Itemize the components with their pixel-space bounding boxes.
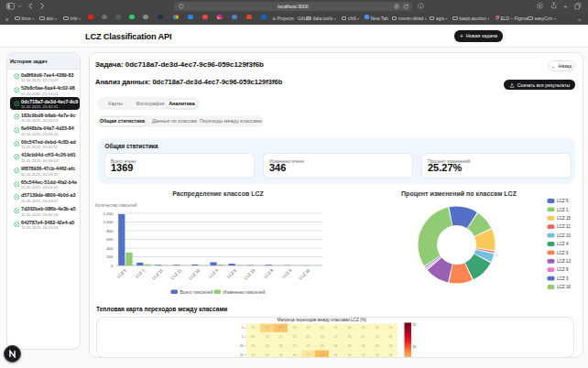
svg-text:LCZ 11: LCZ 11 — [169, 267, 182, 280]
svg-text:Количество пикселей: Количество пикселей — [95, 202, 137, 208]
svg-text:LCZ 3: LCZ 3 — [557, 276, 569, 281]
svg-text:8.3: 8.3 — [252, 326, 256, 330]
svg-text:4.3: 4.3 — [376, 335, 379, 339]
svg-text:4.0: 4.0 — [362, 335, 365, 339]
svg-text:4.3: 4.3 — [307, 335, 310, 339]
svg-text:LCZ 4: LCZ 4 — [208, 267, 219, 278]
svg-text:10: 10 — [413, 345, 417, 349]
svg-text:4.3: 4.3 — [376, 344, 379, 348]
svg-text:LCZ 1: LCZ 1 — [557, 208, 569, 212]
svg-text:4.3: 4.3 — [279, 335, 283, 339]
svg-text:Изменено пикселей: Изменено пикселей — [223, 289, 266, 295]
svg-text:5.0: 5.0 — [266, 353, 269, 357]
svg-text:3.0: 3.0 — [389, 335, 393, 339]
svg-text:11: 11 — [240, 353, 244, 357]
svg-text:3.3: 3.3 — [293, 335, 297, 339]
svg-text:5.0: 5.0 — [321, 335, 324, 339]
svg-text:LCZ 11: LCZ 11 — [557, 224, 571, 229]
svg-text:600: 600 — [106, 237, 114, 242]
svg-text:LCZ 15: LCZ 15 — [151, 267, 164, 280]
svg-text:LCZ 16: LCZ 16 — [557, 285, 572, 289]
svg-text:LCZ 5: LCZ 5 — [557, 199, 569, 203]
svg-text:0.6: 0.6 — [334, 326, 338, 330]
svg-text:5.0: 5.0 — [266, 335, 269, 339]
svg-text:5.3: 5.3 — [279, 344, 283, 348]
svg-text:5.3: 5.3 — [293, 344, 297, 348]
svg-text:LCZ 13: LCZ 13 — [557, 259, 572, 264]
svg-text:1: 1 — [242, 335, 244, 339]
svg-text:4.6: 4.6 — [293, 353, 297, 357]
svg-text:25: 25 — [413, 323, 417, 327]
svg-text:15.2: 15.2 — [265, 326, 270, 330]
svg-text:8.3: 8.3 — [252, 335, 256, 339]
svg-text:Распределение классов LCZ: Распределение классов LCZ — [172, 190, 264, 198]
svg-text:LCZ 8: LCZ 8 — [557, 267, 569, 272]
svg-text:5.3: 5.3 — [362, 353, 365, 357]
svg-text:5.3: 5.3 — [293, 326, 297, 330]
svg-text:8.3: 8.3 — [252, 353, 256, 357]
svg-text:4.6: 4.6 — [334, 344, 338, 348]
svg-text:1,000: 1,000 — [103, 220, 114, 224]
svg-text:7.7: 7.7 — [307, 353, 310, 357]
svg-text:200: 200 — [106, 254, 114, 259]
svg-text:21.2: 21.2 — [320, 353, 325, 357]
svg-text:LCZ 1: LCZ 1 — [135, 267, 146, 278]
svg-text:LCZ 6: LCZ 6 — [557, 251, 569, 255]
svg-text:2.3: 2.3 — [389, 326, 393, 330]
svg-text:3.0: 3.0 — [334, 353, 338, 357]
svg-text:4.6: 4.6 — [362, 344, 365, 348]
svg-text:Матрица переходов между класса: Матрица переходов между классами LCZ (%) — [278, 318, 367, 322]
svg-text:LCZ 15: LCZ 15 — [557, 216, 572, 221]
svg-text:15: 15 — [240, 344, 244, 348]
svg-text:1.6: 1.6 — [334, 335, 338, 339]
svg-text:3.0: 3.0 — [348, 326, 352, 330]
svg-text:LCZ 13: LCZ 13 — [243, 267, 256, 280]
svg-text:LCZ 16: LCZ 16 — [298, 267, 310, 280]
svg-text:4.6: 4.6 — [376, 326, 379, 330]
svg-text:3.3: 3.3 — [307, 326, 310, 330]
svg-text:LCZ 4: LCZ 4 — [557, 242, 569, 246]
svg-text:4.3: 4.3 — [389, 344, 393, 348]
svg-text:5: 5 — [242, 326, 244, 330]
svg-text:4.3: 4.3 — [279, 353, 283, 357]
svg-text:4.3: 4.3 — [307, 344, 310, 348]
svg-text:Всего пикселей: Всего пикселей — [180, 289, 213, 295]
svg-text:400: 400 — [106, 246, 114, 251]
svg-text:LCZ 10: LCZ 10 — [557, 233, 572, 238]
svg-text:3.6: 3.6 — [389, 353, 393, 357]
svg-text:18.3: 18.3 — [278, 326, 284, 330]
svg-text:5.3: 5.3 — [376, 353, 379, 357]
svg-text:LCZ 10: LCZ 10 — [188, 267, 201, 280]
svg-text:5.3: 5.3 — [266, 344, 269, 348]
svg-text:0: 0 — [111, 264, 114, 268]
svg-text:Процент изменений по классам L: Процент изменений по классам LCZ — [401, 190, 517, 198]
svg-text:5.6: 5.6 — [348, 353, 352, 357]
svg-text:800: 800 — [106, 229, 114, 233]
svg-text:LCZ 6: LCZ 6 — [226, 267, 237, 278]
svg-text:4.3: 4.3 — [362, 326, 365, 330]
svg-text:LCZ 5: LCZ 5 — [116, 267, 127, 278]
svg-text:LCZ 3: LCZ 3 — [281, 267, 292, 278]
svg-text:5.6: 5.6 — [321, 344, 324, 348]
svg-text:LCZ 8: LCZ 8 — [263, 267, 274, 278]
svg-text:3.6: 3.6 — [348, 344, 352, 348]
svg-text:3.0: 3.0 — [348, 335, 352, 339]
svg-text:1,200: 1,200 — [103, 211, 114, 216]
svg-text:5.0: 5.0 — [321, 326, 324, 330]
svg-text:8.3: 8.3 — [252, 344, 256, 348]
